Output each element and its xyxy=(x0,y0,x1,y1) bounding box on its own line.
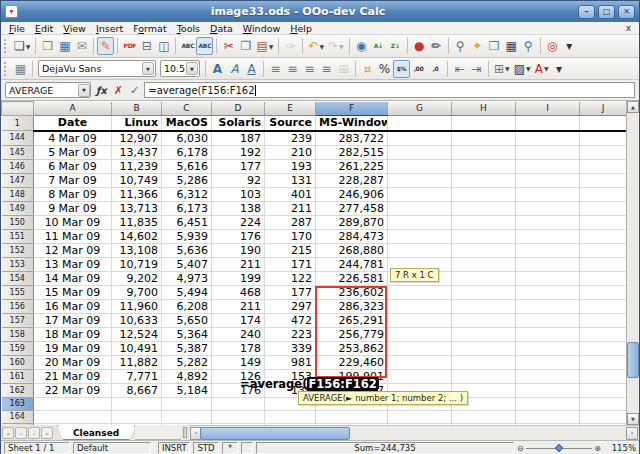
close-document-button[interactable]: x xyxy=(626,23,639,33)
row-header-162[interactable]: 162 xyxy=(2,383,34,397)
select-all-corner[interactable] xyxy=(2,102,34,116)
cell[interactable]: 244,781 xyxy=(316,257,388,271)
menu-data[interactable]: Data xyxy=(205,23,238,34)
export-pdf-button[interactable]: PDF xyxy=(121,37,138,55)
cell[interactable] xyxy=(580,341,627,355)
auto-spellcheck-button[interactable]: ABC xyxy=(196,37,213,55)
menu-format[interactable]: Format xyxy=(128,23,172,34)
cell[interactable]: 178 xyxy=(212,341,265,355)
cell[interactable]: 5,407 xyxy=(162,257,212,271)
cell[interactable] xyxy=(452,341,516,355)
cell[interactable]: 199 xyxy=(212,271,265,285)
cell[interactable] xyxy=(580,369,627,383)
cell[interactable]: 256,779 xyxy=(316,327,388,341)
cell[interactable] xyxy=(388,355,452,369)
cell[interactable] xyxy=(452,327,516,341)
font-color-button[interactable]: A▼ xyxy=(533,60,551,78)
cell[interactable]: 10,749 xyxy=(112,173,162,187)
cell[interactable] xyxy=(452,243,516,257)
in-cell-formula-editor[interactable]: =average(F156:F162 xyxy=(240,377,379,390)
copy-button[interactable]: ❐ xyxy=(237,37,254,55)
cell[interactable] xyxy=(580,383,627,397)
cell[interactable] xyxy=(388,299,452,313)
merge-cells-button[interactable]: ⊞ xyxy=(335,60,352,78)
save-button[interactable]: ▦ xyxy=(56,37,73,55)
column-header-C[interactable]: C xyxy=(162,102,212,116)
cell[interactable]: 5,636 xyxy=(162,243,212,257)
cell[interactable] xyxy=(388,187,452,201)
decrease-indent-button[interactable]: ⇤ xyxy=(451,60,468,78)
cell[interactable] xyxy=(580,285,627,299)
cell[interactable]: 4,973 xyxy=(162,271,212,285)
row-header-150[interactable]: 150 xyxy=(2,215,34,229)
cell[interactable] xyxy=(388,327,452,341)
cell[interactable]: 11,239 xyxy=(112,159,162,173)
menu-edit[interactable]: Edit xyxy=(30,23,58,34)
cell[interactable] xyxy=(516,285,580,299)
cell[interactable]: 19 Mar 09 xyxy=(34,341,112,355)
cell[interactable]: 224 xyxy=(212,215,265,229)
cell[interactable] xyxy=(452,369,516,383)
hyperlink-button[interactable]: ◉ xyxy=(353,37,370,55)
cell[interactable]: 401 xyxy=(265,187,316,201)
cell[interactable]: 4,892 xyxy=(162,369,212,383)
cell[interactable] xyxy=(388,285,452,299)
cell[interactable]: 265,291 xyxy=(316,313,388,327)
cell[interactable] xyxy=(516,327,580,341)
dropdown-caret-icon[interactable]: ▼ xyxy=(319,43,324,50)
cell[interactable]: 11,835 xyxy=(112,215,162,229)
zoom-in-icon[interactable]: ⊕ xyxy=(594,444,601,453)
zoom-button[interactable]: ⚲ xyxy=(520,37,537,55)
edit-file-button[interactable]: ✎ xyxy=(97,37,114,55)
cell[interactable]: 14 Mar 09 xyxy=(34,271,112,285)
cell[interactable] xyxy=(580,173,627,187)
cell[interactable] xyxy=(516,201,580,215)
cell[interactable] xyxy=(452,299,516,313)
cell[interactable]: 228,287 xyxy=(316,173,388,187)
name-box[interactable]: AVERAGE ▼ xyxy=(5,82,91,98)
cell[interactable] xyxy=(580,397,627,410)
horizontal-scrollbar[interactable]: ‹ › xyxy=(189,425,639,440)
row-header-160[interactable]: 160 xyxy=(2,355,34,369)
zoom-slider-handle[interactable] xyxy=(554,443,562,451)
cell[interactable]: 192 xyxy=(212,145,265,159)
cell[interactable] xyxy=(516,243,580,257)
cell[interactable] xyxy=(452,257,516,271)
function-wizard-button[interactable]: ƒx xyxy=(94,85,109,96)
cell[interactable] xyxy=(580,145,627,159)
cell[interactable] xyxy=(388,229,452,243)
cell[interactable]: 14,602 xyxy=(112,229,162,243)
cell[interactable] xyxy=(162,410,212,423)
percent-format-button[interactable]: % xyxy=(376,60,393,78)
row-header-159[interactable]: 159 xyxy=(2,341,34,355)
cell[interactable]: 261,225 xyxy=(316,159,388,173)
show-draw-functions-button[interactable]: ✏ xyxy=(428,37,445,55)
scroll-up-icon[interactable]: ▲ xyxy=(627,101,639,113)
horizontal-scrollbar-thumb[interactable] xyxy=(200,427,350,440)
scroll-down-icon[interactable]: ▼ xyxy=(627,413,639,425)
cell[interactable]: 6,208 xyxy=(162,299,212,313)
increase-indent-button[interactable]: ⇥ xyxy=(468,60,485,78)
cell[interactable] xyxy=(516,397,580,410)
row-header-165[interactable]: 165 xyxy=(2,423,34,425)
cell[interactable] xyxy=(516,116,580,131)
cell[interactable] xyxy=(580,215,627,229)
cell[interactable]: 12,907 xyxy=(112,131,162,146)
styles-button[interactable]: ▦ xyxy=(12,60,29,78)
menu-insert[interactable]: Insert xyxy=(91,23,128,34)
cell[interactable]: 268,880 xyxy=(316,243,388,257)
cell[interactable]: 190 xyxy=(212,243,265,257)
prev-sheet-button[interactable]: ‹ xyxy=(15,427,27,439)
page-preview-button[interactable]: ◫ xyxy=(155,37,172,55)
cell[interactable]: 21 Mar 09 xyxy=(34,369,112,383)
column-header-E[interactable]: E xyxy=(265,102,316,116)
cell[interactable]: 187 xyxy=(212,131,265,146)
cell[interactable]: 11,366 xyxy=(112,187,162,201)
cell[interactable]: 8 Mar 09 xyxy=(34,187,112,201)
cell[interactable] xyxy=(452,229,516,243)
cell[interactable] xyxy=(516,341,580,355)
cell[interactable]: 246,906 xyxy=(316,187,388,201)
cell[interactable] xyxy=(388,369,452,383)
cell[interactable] xyxy=(452,201,516,215)
cell[interactable] xyxy=(580,327,627,341)
